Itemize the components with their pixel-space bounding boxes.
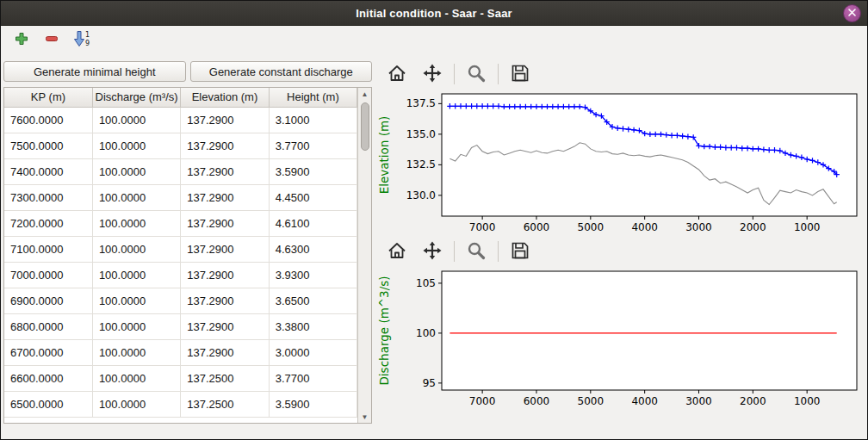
minus-icon (44, 31, 59, 49)
cell-elevation[interactable]: 137.2500 (181, 365, 269, 391)
generate-constant-discharge-button[interactable]: Generate constant discharge (190, 61, 373, 82)
cell-height[interactable]: 3.3800 (269, 313, 356, 339)
cell-height[interactable]: 3.7700 (269, 365, 356, 391)
cell-kp[interactable]: 7300.0000 (4, 184, 92, 210)
scroll-down-icon[interactable]: ▼ (358, 411, 371, 423)
table-row[interactable]: 6800.0000100.0000137.29003.3800 (4, 313, 357, 339)
table-row[interactable]: 6500.0000100.0000137.25003.5900 (4, 391, 357, 417)
cell-elevation[interactable]: 137.2900 (181, 158, 269, 184)
zoom-button[interactable] (462, 62, 490, 86)
cell-discharge[interactable]: 100.0000 (92, 339, 180, 365)
cell-height[interactable]: 3.1000 (269, 107, 356, 133)
cell-discharge[interactable]: 100.0000 (92, 107, 180, 133)
cell-height[interactable]: 3.9300 (269, 262, 356, 288)
cell-kp[interactable]: 6600.0000 (4, 365, 92, 391)
svg-text:1: 1 (85, 31, 90, 39)
cell-elevation[interactable]: 137.2900 (181, 133, 269, 158)
cell-elevation[interactable]: 137.2900 (181, 313, 269, 339)
pan-button[interactable] (418, 62, 446, 86)
cell-kp[interactable]: 6700.0000 (4, 339, 92, 365)
cell-height[interactable]: 4.4500 (269, 184, 356, 210)
elevation-chart[interactable]: 7000600050004000300020001000130.0132.513… (376, 89, 864, 237)
zoom-button[interactable] (462, 239, 490, 263)
cell-discharge[interactable]: 100.0000 (92, 288, 180, 313)
cell-elevation[interactable]: 137.2900 (181, 210, 269, 236)
left-panel: Generate minimal height Generate constan… (1, 54, 375, 440)
column-header-height[interactable]: Height (m) (269, 88, 356, 107)
table-scrollbar[interactable]: ▲ ▼ (357, 88, 371, 423)
cell-discharge[interactable]: 100.0000 (92, 313, 180, 339)
cell-discharge[interactable]: 100.0000 (92, 184, 180, 210)
cell-height[interactable]: 3.7700 (269, 133, 356, 158)
cell-height[interactable]: 3.5900 (269, 391, 356, 417)
x-tick-label: 1000 (794, 395, 821, 407)
add-row-button[interactable] (9, 28, 34, 52)
pan-button[interactable] (418, 239, 446, 263)
cell-elevation[interactable]: 137.2500 (181, 391, 269, 417)
cell-elevation[interactable]: 137.2900 (181, 107, 269, 133)
home-button[interactable] (383, 239, 411, 263)
save-icon (510, 240, 530, 263)
x-tick-label: 5000 (578, 221, 604, 233)
x-tick-label: 2000 (740, 395, 766, 407)
x-tick-label: 7000 (469, 395, 496, 407)
titlebar[interactable]: Initial condition - Saar - Saar (1, 1, 867, 26)
cell-kp[interactable]: 6900.0000 (4, 288, 92, 313)
cell-kp[interactable]: 7100.0000 (4, 236, 92, 262)
table-row[interactable]: 6700.0000100.0000137.29003.0000 (4, 339, 357, 365)
table-row[interactable]: 7300.0000100.0000137.29004.4500 (4, 184, 357, 210)
cell-kp[interactable]: 7000.0000 (4, 262, 92, 288)
save-icon (510, 63, 530, 86)
column-header-discharge[interactable]: Discharge (m³/s) (92, 88, 180, 107)
cell-height[interactable]: 3.5900 (269, 158, 356, 184)
cell-height[interactable]: 4.6100 (269, 210, 356, 236)
column-header-elevation[interactable]: Elevation (m) (181, 88, 269, 107)
cell-discharge[interactable]: 100.0000 (92, 262, 180, 288)
table-row[interactable]: 6600.0000100.0000137.25003.7700 (4, 365, 357, 391)
content-area: Generate minimal height Generate constan… (1, 54, 867, 440)
cell-height[interactable]: 3.6500 (269, 288, 356, 313)
discharge-chart[interactable]: 700060005000400030002000100095100105Disc… (376, 266, 864, 411)
remove-row-button[interactable] (40, 28, 64, 52)
table-row[interactable]: 7600.0000100.0000137.29003.1000 (4, 107, 357, 133)
toolbar-separator (498, 241, 499, 262)
generate-minimal-height-button[interactable]: Generate minimal height (3, 61, 186, 82)
cell-height[interactable]: 3.0000 (269, 339, 356, 365)
y-tick-label: 105 (416, 277, 436, 289)
cell-elevation[interactable]: 137.2900 (181, 262, 269, 288)
save-button[interactable] (506, 62, 534, 86)
cell-discharge[interactable]: 100.0000 (92, 236, 180, 262)
table-row[interactable]: 7400.0000100.0000137.29003.5900 (4, 158, 357, 184)
cell-kp[interactable]: 6800.0000 (4, 313, 92, 339)
close-button[interactable] (843, 4, 861, 22)
scroll-up-icon[interactable]: ▲ (358, 88, 371, 100)
cell-discharge[interactable]: 100.0000 (92, 391, 180, 417)
x-tick-label: 3000 (685, 395, 712, 407)
cell-discharge[interactable]: 100.0000 (92, 158, 180, 184)
save-button[interactable] (506, 239, 534, 263)
cell-discharge[interactable]: 100.0000 (92, 133, 180, 158)
column-header-kp[interactable]: KP (m) (4, 88, 92, 107)
home-button[interactable] (383, 62, 411, 86)
cell-discharge[interactable]: 100.0000 (92, 210, 180, 236)
cell-discharge[interactable]: 100.0000 (92, 365, 180, 391)
cell-elevation[interactable]: 137.2900 (181, 184, 269, 210)
cell-kp[interactable]: 7600.0000 (4, 107, 92, 133)
scrollbar-thumb[interactable] (361, 102, 369, 151)
cell-kp[interactable]: 6500.0000 (4, 391, 92, 417)
table-row[interactable]: 7200.0000100.0000137.29004.6100 (4, 210, 357, 236)
cell-kp[interactable]: 7200.0000 (4, 210, 92, 236)
home-icon (387, 240, 407, 263)
table-row[interactable]: 6900.0000100.0000137.29003.6500 (4, 288, 357, 313)
cell-kp[interactable]: 7400.0000 (4, 158, 92, 184)
cell-elevation[interactable]: 137.2900 (181, 339, 269, 365)
cell-elevation[interactable]: 137.2900 (181, 288, 269, 313)
cell-kp[interactable]: 7500.0000 (4, 133, 92, 158)
table-row[interactable]: 7000.0000100.0000137.29003.9300 (4, 262, 357, 288)
x-tick-label: 5000 (578, 395, 604, 407)
sort-numeric-button[interactable]: 1 9 (70, 28, 94, 52)
table-row[interactable]: 7100.0000100.0000137.29004.6300 (4, 236, 357, 262)
table-row[interactable]: 7500.0000100.0000137.29003.7700 (4, 133, 357, 158)
cell-elevation[interactable]: 137.2900 (181, 236, 269, 262)
cell-height[interactable]: 4.6300 (269, 236, 356, 262)
